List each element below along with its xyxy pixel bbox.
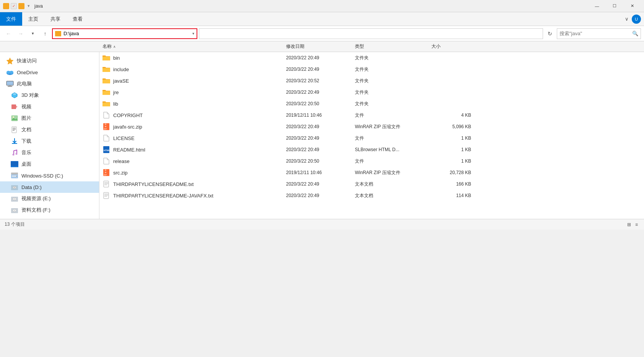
svg-point-19 [13, 154, 15, 156]
table-row[interactable]: ZIP src.zip 2019/12/11 10:46 WinRAR ZIP … [99, 167, 644, 178]
table-row[interactable]: lib 2020/3/22 20:50 文件夹 [99, 98, 644, 109]
svg-rect-47 [105, 170, 106, 171]
address-bar[interactable]: ▾ [52, 28, 197, 39]
svg-rect-38 [105, 124, 106, 125]
view-grid-icon[interactable]: ⊞ [627, 222, 631, 227]
file-name: lib [113, 101, 118, 107]
file-name-cell: ZIP javafx-src.zip [102, 123, 286, 130]
file-type: 文件夹 [355, 78, 431, 84]
file-icon [102, 54, 110, 62]
sidebar-item-3dobjects[interactable]: 3D 对象 [0, 90, 99, 101]
music-icon [11, 149, 18, 156]
col-header-date[interactable]: 修改日期 [283, 41, 352, 52]
table-row[interactable]: COPYRIGHT 2019/12/11 10:46 文件 4 KB [99, 109, 644, 121]
svg-rect-14 [12, 127, 16, 133]
forward-button[interactable]: → [15, 28, 26, 39]
address-spacer [199, 28, 543, 39]
sidebar-label-onedrive: OneDrive [17, 70, 38, 75]
sidebar-item-pictures[interactable]: 图片 [0, 112, 99, 124]
sidebar-item-onedrive[interactable]: OneDrive [0, 67, 99, 78]
sidebar-item-documents[interactable]: 文档 [0, 124, 99, 135]
ribbon-tab-home[interactable]: 主页 [22, 12, 44, 26]
table-row[interactable]: THIRDPARTYLICENSEREADME.txt 2020/3/22 20… [99, 178, 644, 190]
svg-rect-16 [13, 129, 16, 130]
svg-rect-40 [105, 126, 106, 127]
sidebar-label-quickaccess: 快速访问 [17, 57, 37, 64]
window-title: java [34, 3, 588, 9]
table-row[interactable]: release 2020/3/22 20:50 文件 1 KB [99, 155, 644, 167]
minimize-button[interactable]: — [588, 0, 606, 12]
svg-rect-39 [105, 125, 106, 126]
table-row[interactable]: javaSE 2020/3/22 20:52 文件夹 [99, 75, 644, 86]
file-date: 2020/3/22 20:49 [286, 147, 355, 152]
view-list-icon[interactable]: ≡ [635, 222, 638, 227]
file-type: 文本文档 [355, 181, 431, 187]
sidebar-item-quickaccess[interactable]: 快速访问 [0, 55, 99, 67]
file-name-cell: lib [102, 100, 286, 108]
sidebar-item-downloads[interactable]: 下载 [0, 135, 99, 147]
file-name: release [113, 158, 130, 164]
file-name-cell: jre [102, 88, 286, 96]
table-row[interactable]: include 2020/3/22 20:49 文件夹 [99, 64, 644, 75]
file-date: 2020/3/22 20:49 [286, 181, 355, 187]
svg-rect-18 [12, 143, 17, 144]
col-header-size[interactable]: 大小 [428, 41, 474, 52]
status-bar: 13 个项目 ⊞ ≡ [0, 219, 644, 230]
sidebar-item-driveE[interactable]: 视频资源 (E:) [0, 193, 99, 204]
3dobjects-icon [11, 91, 18, 99]
sidebar-item-driveD[interactable]: Data (D:) [0, 181, 99, 193]
refresh-button[interactable]: ↻ [545, 28, 555, 39]
close-button[interactable]: ✕ [623, 0, 641, 12]
file-name: bin [113, 55, 120, 61]
file-type: 文件夹 [355, 101, 431, 107]
downloads-icon [11, 137, 18, 145]
col-header-name[interactable]: 名称 ∧ [99, 41, 283, 52]
search-input[interactable] [559, 31, 632, 36]
main-area: 快速访问 OneDrive 此电脑 3D 对象 [0, 52, 644, 219]
sidebar-label-music: 音乐 [21, 149, 31, 156]
sidebar-label-thispc: 此电脑 [17, 80, 32, 87]
sidebar-item-music[interactable]: 音乐 [0, 147, 99, 158]
file-size: 5,096 KB [431, 124, 477, 129]
sidebar-label-downloads: 下载 [21, 138, 31, 145]
sidebar-label-documents: 文档 [21, 126, 31, 133]
file-name: LICENSE [113, 135, 135, 141]
sidebar-item-thispc[interactable]: 此电脑 [0, 78, 99, 90]
file-size: 1 KB [431, 158, 477, 164]
table-row[interactable]: THIRDPARTYLICENSEREADME-JAVAFX.txt 2020/… [99, 190, 644, 201]
ribbon-tab-view[interactable]: 查看 [67, 12, 89, 26]
driveF-icon [11, 206, 18, 214]
search-box[interactable]: 🔍 [557, 28, 641, 39]
ribbon-tab-file[interactable]: 文件 [0, 12, 22, 26]
svg-rect-52 [104, 181, 109, 187]
svg-rect-5 [8, 85, 11, 86]
sidebar-item-driveC[interactable]: Windows-SSD (C:) [0, 170, 99, 181]
driveC-icon [11, 172, 18, 179]
svg-marker-10 [16, 106, 18, 108]
file-name-cell: LICENSE [102, 134, 286, 142]
address-input[interactable] [63, 31, 191, 36]
sidebar-label-3dobjects: 3D 对象 [21, 92, 39, 99]
col-header-type[interactable]: 类型 [352, 41, 428, 52]
sidebar-item-driveF[interactable]: 资料文档 (F:) [0, 204, 99, 216]
ribbon-tab-share[interactable]: 共享 [44, 12, 67, 26]
sidebar-label-videos: 视频 [21, 103, 31, 110]
file-date: 2020/3/22 20:49 [286, 193, 355, 198]
table-row[interactable]: bin 2020/3/22 20:49 文件夹 [99, 52, 644, 64]
table-row[interactable]: LICENSE 2020/3/22 20:49 文件 1 KB [99, 132, 644, 144]
dropdown-button[interactable]: ▾ [28, 28, 38, 39]
up-button[interactable]: ↑ [40, 28, 50, 39]
svg-rect-4 [7, 81, 13, 85]
sidebar-label-driveD: Data (D:) [21, 184, 42, 190]
sidebar-item-desktop[interactable]: 桌面 [0, 158, 99, 170]
search-icon[interactable]: 🔍 [632, 31, 638, 36]
table-row[interactable]: ZIP javafx-src.zip 2020/3/22 20:49 WinRA… [99, 121, 644, 132]
svg-rect-24 [12, 175, 17, 177]
file-icon [102, 77, 110, 85]
table-row[interactable]: jre 2020/3/22 20:49 文件夹 [99, 86, 644, 98]
file-icon [102, 192, 110, 199]
back-button[interactable]: ← [3, 28, 14, 39]
maximize-button[interactable]: ☐ [606, 0, 623, 12]
sidebar-item-videos[interactable]: 视频 [0, 101, 99, 112]
table-row[interactable]: HTML README.html 2020/3/22 20:49 SLBrows… [99, 144, 644, 155]
